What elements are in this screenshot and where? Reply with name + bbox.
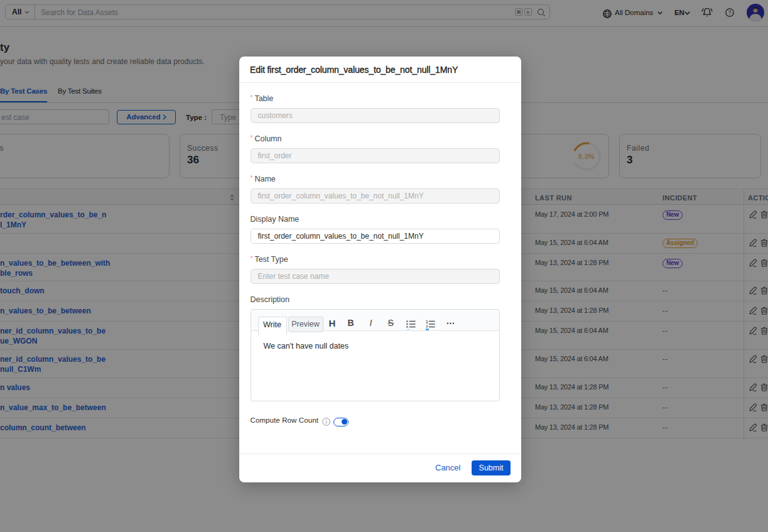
svg-text:1: 1: [426, 320, 428, 324]
svg-text:2: 2: [426, 325, 428, 328]
